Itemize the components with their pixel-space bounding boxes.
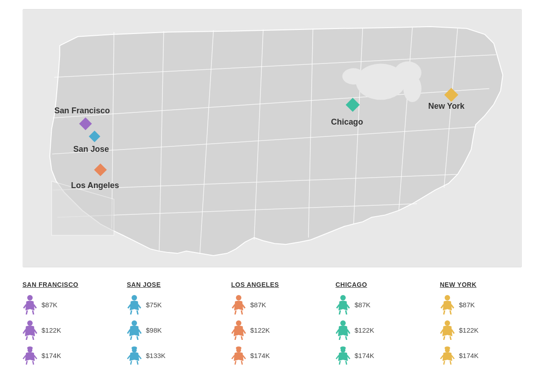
svg-text:San Francisco: San Francisco <box>54 106 110 115</box>
svg-line-83 <box>346 336 347 340</box>
person-icon-chi-2 <box>336 320 350 340</box>
svg-point-49 <box>132 320 137 326</box>
svg-point-87 <box>340 348 345 353</box>
person-icon-sj-3 <box>127 345 142 365</box>
person-icon-sj-1 <box>127 295 142 315</box>
legend-la-value-2: $122K <box>250 326 270 334</box>
svg-line-30 <box>33 310 34 315</box>
svg-line-41 <box>33 361 34 364</box>
svg-line-34 <box>26 336 27 340</box>
svg-line-56 <box>131 361 132 364</box>
legend-la-row-3: $174K <box>231 345 270 365</box>
svg-line-77 <box>339 310 340 315</box>
svg-line-50 <box>131 336 132 340</box>
legend-chi-row-1: $87K <box>336 295 371 315</box>
legend-sj-row-1: $75K <box>127 295 162 315</box>
svg-line-62 <box>241 310 242 315</box>
legend-san-jose: SAN JOSE $75K <box>127 281 209 371</box>
svg-point-28 <box>27 295 33 300</box>
svg-point-92 <box>445 295 450 300</box>
person-icon-sf-2 <box>23 320 37 340</box>
legend-sf-row-3: $174K <box>23 345 61 365</box>
person-icon-ny-3 <box>440 345 455 365</box>
legend-sf-title: SAN FRANCISCO <box>23 281 78 288</box>
svg-line-78 <box>346 310 347 315</box>
svg-line-73 <box>241 361 242 364</box>
person-icon-chi-3 <box>336 345 350 365</box>
legend-la-row-1: $87K <box>231 295 266 315</box>
svg-point-33 <box>27 320 33 326</box>
svg-line-61 <box>235 310 236 315</box>
person-icon-sf-1 <box>23 295 37 315</box>
legend-sj-row-2: $98K <box>127 320 162 340</box>
svg-line-40 <box>26 361 27 364</box>
legend-chi-value-3: $174K <box>355 352 374 359</box>
legend-ny-value-2: $122K <box>459 326 479 334</box>
legend-sf-value-2: $122K <box>42 326 61 334</box>
svg-line-29 <box>26 310 27 315</box>
legend-sj-row-3: $133K <box>127 345 166 365</box>
svg-line-46 <box>137 310 138 315</box>
svg-line-93 <box>444 310 445 315</box>
svg-point-71 <box>236 348 241 353</box>
svg-text:Chicago: Chicago <box>331 117 363 126</box>
svg-line-45 <box>131 310 132 315</box>
svg-line-72 <box>235 361 236 364</box>
legend-ny-value-3: $174K <box>459 352 479 359</box>
svg-text:New York: New York <box>428 102 464 111</box>
svg-text:Los Angeles: Los Angeles <box>71 181 119 190</box>
us-map-svg: San Francisco San Jose Los Angeles Chica… <box>23 10 521 267</box>
svg-line-98 <box>444 336 445 340</box>
svg-point-60 <box>236 295 241 300</box>
legend-ny-title: NEW YORK <box>440 281 477 288</box>
svg-line-89 <box>346 361 347 364</box>
person-icon-la-2 <box>231 320 246 340</box>
svg-point-103 <box>445 348 450 353</box>
page-container: San Francisco San Jose Los Angeles Chica… <box>0 0 544 392</box>
map-container: San Francisco San Jose Los Angeles Chica… <box>23 9 522 267</box>
legend-los-angeles: LOS ANGELES $87K <box>231 281 313 371</box>
legend-sf-row-2: $122K <box>23 320 61 340</box>
person-icon-sj-2 <box>127 320 142 340</box>
legend-chi-row-3: $174K <box>336 345 374 365</box>
legend-sf-value-1: $87K <box>42 301 58 309</box>
legend-la-value-1: $87K <box>250 301 266 309</box>
legend-chicago: CHICAGO $87K <box>336 281 417 371</box>
legend-la-value-3: $174K <box>250 352 270 359</box>
person-icon-ny-1 <box>440 295 455 315</box>
svg-line-35 <box>33 336 34 340</box>
legend-sj-value-2: $98K <box>146 326 162 334</box>
svg-line-88 <box>339 361 340 364</box>
legend-san-francisco: SAN FRANCISCO $87K <box>23 281 104 371</box>
svg-line-94 <box>450 310 451 315</box>
svg-text:San Jose: San Jose <box>73 145 109 154</box>
svg-line-104 <box>444 361 445 364</box>
svg-line-99 <box>450 336 451 340</box>
legend-sj-value-1: $75K <box>146 301 162 309</box>
legend-sf-value-3: $174K <box>42 352 61 359</box>
svg-point-16 <box>403 75 421 102</box>
svg-line-57 <box>137 361 138 364</box>
svg-point-55 <box>132 348 137 353</box>
svg-point-65 <box>236 320 241 326</box>
person-icon-ny-2 <box>440 320 455 340</box>
svg-point-81 <box>340 320 346 326</box>
legend-sf-row-1: $87K <box>23 295 58 315</box>
legend-la-row-2: $122K <box>231 320 270 340</box>
legend-new-york: NEW YORK $87K <box>440 281 522 371</box>
legend-ny-row-2: $122K <box>440 320 479 340</box>
svg-line-67 <box>241 336 242 340</box>
svg-line-66 <box>235 336 236 340</box>
person-icon-chi-1 <box>336 295 350 315</box>
legend-ny-value-1: $87K <box>459 301 475 309</box>
legend-chi-title: CHICAGO <box>336 281 368 288</box>
legend-chi-row-2: $122K <box>336 320 374 340</box>
person-icon-la-1 <box>231 295 246 315</box>
svg-line-51 <box>137 336 138 340</box>
svg-point-39 <box>27 348 32 353</box>
person-icon-la-3 <box>231 345 246 365</box>
svg-point-76 <box>340 295 346 300</box>
svg-line-82 <box>339 336 340 340</box>
svg-point-17 <box>342 68 365 85</box>
legend-sj-title: SAN JOSE <box>127 281 161 288</box>
